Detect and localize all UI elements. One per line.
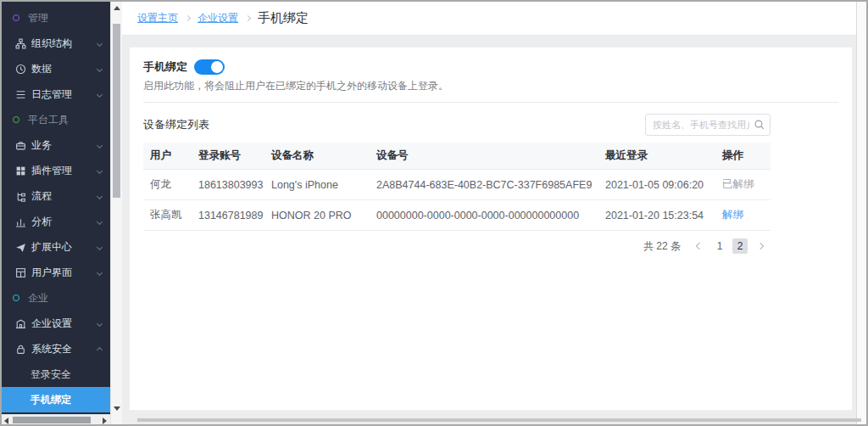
status-unbound: 已解绑: [722, 178, 754, 190]
cell-device-id: 00000000-0000-0000-0000-000000000000: [370, 200, 598, 231]
sidebar-item-login-security[interactable]: 登录安全: [2, 362, 110, 387]
sidebar-item-data[interactable]: 数据: [2, 56, 110, 81]
sidebar-item-extension-center[interactable]: 扩展中心: [2, 234, 110, 260]
sidebar-item-org-structure[interactable]: 组织结构: [2, 31, 110, 56]
sidebar-item-enterprise-settings[interactable]: 企业设置: [2, 311, 110, 336]
pagination: 共 22 条 1 2: [143, 238, 771, 254]
page-button-2[interactable]: 2: [732, 238, 748, 254]
cell-account: 13146781989: [192, 200, 264, 231]
search-input[interactable]: [645, 114, 771, 136]
chevron-down-icon: [97, 218, 103, 224]
bar-chart-icon: [15, 216, 26, 227]
building-icon: [15, 318, 26, 329]
chevron-down-icon: [97, 40, 103, 46]
unbind-link[interactable]: 解绑: [722, 209, 743, 221]
page-button-1[interactable]: 1: [712, 238, 727, 254]
table-row: 张高凯 13146781989 HONOR 20 PRO 00000000-00…: [143, 200, 771, 231]
chevron-down-icon: [97, 244, 103, 249]
sidebar-section-platform-tools[interactable]: 平台工具: [2, 107, 110, 132]
chevron-down-icon: [97, 65, 103, 71]
chevron-right-icon: [757, 243, 764, 249]
sidebar-item-log-management[interactable]: 日志管理: [2, 81, 110, 107]
flow-icon: [15, 191, 26, 202]
cell-device-name: Long's iPhone: [264, 170, 370, 200]
clock-icon: [15, 64, 26, 75]
sidebar-item-mobile-binding[interactable]: 手机绑定: [2, 387, 110, 412]
mobile-binding-toggle[interactable]: [194, 59, 225, 75]
column-header-actions: 操作: [715, 143, 771, 170]
breadcrumb: 设置主页 企业设置 手机绑定: [122, 2, 856, 36]
chevron-left-icon: [696, 243, 703, 249]
table-header-row: 用户 登录账号 设备名称 设备号 最近登录 操作: [143, 143, 771, 170]
device-binding-table: 用户 登录账号 设备名称 设备号 最近登录 操作 何龙 18613803993 …: [143, 143, 771, 231]
cell-user: 何龙: [143, 170, 192, 200]
plugin-grid-icon: [15, 165, 26, 177]
sidebar-item-workflow[interactable]: 流程: [2, 183, 110, 209]
sidebar-section-admin[interactable]: 管理: [2, 5, 110, 31]
sidebar-item-plugin-management[interactable]: 插件管理: [2, 158, 110, 183]
mobile-binding-setting-label: 手机绑定: [143, 59, 187, 75]
column-header-account: 登录账号: [192, 143, 264, 170]
sidebar-item-system-security[interactable]: 系统安全: [2, 336, 110, 362]
column-header-user: 用户: [143, 143, 192, 170]
sidebar-item-analysis[interactable]: 分析: [2, 209, 110, 234]
toggle-knob: [211, 61, 223, 73]
user-search: [645, 114, 771, 136]
scroll-down-icon[interactable]: [114, 406, 120, 411]
device-list-title: 设备绑定列表: [143, 117, 209, 132]
search-icon[interactable]: [754, 119, 765, 130]
scroll-up-icon[interactable]: [114, 6, 120, 10]
breadcrumb-link-enterprise-settings[interactable]: 企业设置: [198, 11, 238, 25]
lock-icon: [15, 344, 26, 355]
main-vertical-scrollbar[interactable]: [856, 2, 866, 424]
breadcrumb-link-settings-home[interactable]: 设置主页: [137, 11, 178, 25]
breadcrumb-separator-icon: [245, 15, 251, 21]
cell-last-login: 2021-01-05 09:06:20: [598, 170, 715, 200]
pagination-total: 共 22 条: [643, 239, 681, 254]
next-page-button[interactable]: [753, 238, 768, 254]
vertical-scroll-thumb[interactable]: [113, 24, 120, 198]
sidebar-section-enterprise[interactable]: 企业: [2, 285, 110, 311]
cell-device-name: HONOR 20 PRO: [264, 200, 370, 231]
cell-account: 18613803993: [192, 170, 264, 200]
sidebar-section-label: 平台工具: [28, 113, 69, 127]
chevron-up-icon: [97, 347, 103, 353]
sidebar-section-label: 企业: [28, 291, 48, 305]
scroll-left-icon[interactable]: [4, 418, 8, 424]
sidebar-item-business[interactable]: 业务: [2, 132, 110, 158]
app-window: 管理 组织结构 数据 日志管理 平台工具 业务 插件管理: [0, 0, 868, 426]
column-header-device-name: 设备名称: [264, 143, 370, 170]
chevron-down-icon: [97, 91, 103, 97]
briefcase-icon: [15, 140, 26, 151]
divider: [143, 102, 838, 103]
chevron-down-icon: [97, 320, 103, 326]
sidebar-horizontal-scrollbar: [2, 414, 110, 424]
page-title: 手机绑定: [258, 10, 309, 26]
sidebar-section-label: 管理: [28, 11, 48, 25]
main-content: 设置主页 企业设置 手机绑定 手机绑定 启用此功能，将会阻止用户在已绑定的手机之…: [122, 2, 856, 424]
scroll-right-icon[interactable]: [103, 418, 107, 424]
ring-icon: [13, 294, 19, 301]
sidebar-vertical-scrollbar: [110, 2, 122, 424]
table-row: 何龙 18613803993 Long's iPhone 2A8B4744-68…: [143, 170, 771, 200]
paper-plane-icon: [15, 242, 26, 253]
sidebar-item-user-interface[interactable]: 用户界面: [2, 260, 110, 285]
cell-last-login: 2021-01-20 15:23:54: [598, 200, 715, 231]
sidebar: 管理 组织结构 数据 日志管理 平台工具 业务 插件管理: [2, 2, 110, 414]
chevron-down-icon: [97, 193, 103, 199]
prev-page-button[interactable]: [692, 238, 707, 254]
cell-device-id: 2A8B4744-683E-40B2-BC7C-337F6985AFE9: [370, 170, 598, 200]
ui-window-icon: [15, 267, 26, 278]
cell-user: 张高凯: [143, 200, 192, 231]
column-header-device-id: 设备号: [370, 143, 598, 170]
chevron-down-icon: [97, 269, 103, 275]
ring-icon: [13, 14, 19, 21]
horizontal-scroll-thumb[interactable]: [13, 417, 91, 423]
column-header-last-login: 最近登录: [598, 143, 715, 170]
log-list-icon: [15, 89, 26, 100]
ring-icon: [13, 116, 19, 123]
main-horizontal-scroll-thumb[interactable]: [137, 418, 861, 422]
chevron-down-icon: [97, 142, 103, 148]
chevron-down-icon: [97, 167, 103, 173]
org-chart-icon: [15, 38, 26, 49]
